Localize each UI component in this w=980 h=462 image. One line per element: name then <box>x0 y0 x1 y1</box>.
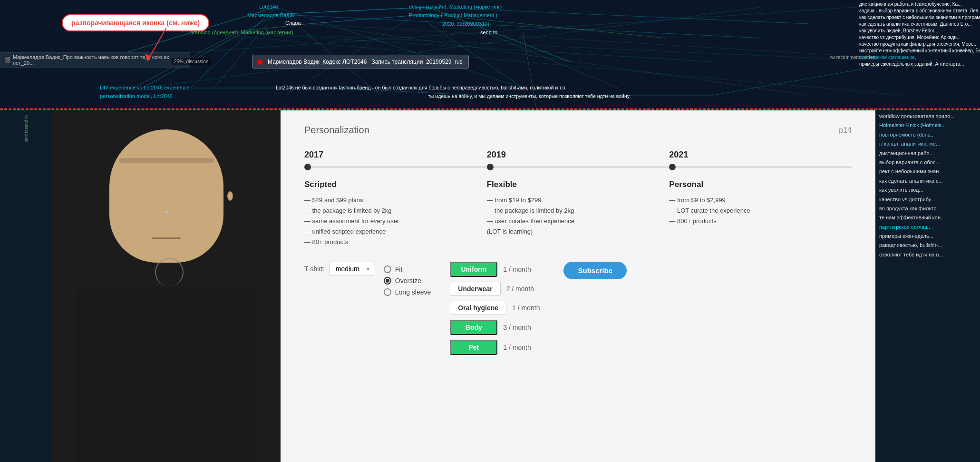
radio-oversize[interactable]: Oversize <box>384 277 431 285</box>
col-personal-item-1: — LOT curate the experience <box>669 206 842 216</box>
items-list: Uniform 1 / month Underwear 2 / month Or… <box>450 262 540 355</box>
timeline-connector-1 <box>311 167 487 167</box>
radio-fit[interactable]: Fit <box>384 265 431 273</box>
col-flexible-item-0: — from $19 to $299 <box>487 195 660 206</box>
oral-hygiene-freq: 1 / month <box>512 304 540 312</box>
sidebar-item-0: worldlow пользователя прило... <box>879 113 976 120</box>
timeline-dot-2 <box>487 164 494 170</box>
list-item-pet: Pet 1 / month <box>450 340 540 355</box>
col-flexible: Flexible — from $19 to $299 — the packag… <box>487 180 670 247</box>
sidebar-item-15: озволяют тебе идти на в... <box>879 251 976 258</box>
tshirt-select-wrapper[interactable]: medium small large XL <box>330 262 374 276</box>
panel-title: Personalization <box>304 125 369 136</box>
radio-longsleeve-circle <box>384 288 391 296</box>
timeline-segment-2 <box>487 164 670 170</box>
microphone <box>165 210 168 214</box>
discussion-badge: 25%, discussion <box>171 58 211 65</box>
year-2021: 2021 <box>669 150 852 160</box>
svg-line-17 <box>214 14 276 88</box>
svg-line-8 <box>276 14 761 38</box>
youtube-icon: ▶ <box>258 57 264 66</box>
timeline-connector-2 <box>494 167 670 167</box>
svg-line-24 <box>285 7 428 95</box>
col-flexible-title: Flexible <box>487 180 660 189</box>
video-title: Мармеладов Вадик_Кодекс ЛОТ2046_ Запись … <box>268 59 463 65</box>
three-columns: Scripted — $49 and $99 plans — the packa… <box>304 180 852 247</box>
pet-freq: 1 / month <box>503 344 531 351</box>
person-head <box>109 129 223 263</box>
radio-fit-label: Fit <box>395 265 403 273</box>
uniform-freq: 1 / month <box>503 265 531 273</box>
net-node-slava: Слава <box>285 20 301 26</box>
radio-oversize-label: Oversize <box>395 277 421 285</box>
col-scripted-item-1: — the package is limited by 2kg <box>304 206 477 216</box>
timeline-segment-3 <box>669 164 852 170</box>
timeline-dot-1 <box>304 164 311 170</box>
video-title-bar[interactable]: ▶ Мармеладов Вадик_Кодекс ЛОТ2046_ Запис… <box>252 55 469 69</box>
uniform-badge[interactable]: Uniform <box>450 262 497 277</box>
sidebar-item-6: рект с небольшими знан... <box>879 168 976 175</box>
net-node-marmeladov: Мармеладов Вадик <box>247 12 295 18</box>
network-area: Lot2046 Мармеладов Вадик Слава branding … <box>0 0 980 109</box>
svg-marker-31 <box>145 54 151 61</box>
necklace <box>155 258 184 286</box>
net-node-diy: DIY experience vs Lot2046 experience <box>100 85 190 90</box>
oral-hygiene-badge[interactable]: Oral hygiene <box>450 301 506 315</box>
col-flexible-item-2: — user curates their experience <box>487 216 660 226</box>
list-item-oral-hygiene: Oral hygiene 1 / month <box>450 301 540 315</box>
timeline-segment-1 <box>304 164 487 170</box>
net-node-design: design (дизайн), Marketing (маркетинг) <box>409 4 502 10</box>
body-badge[interactable]: Body <box>450 320 497 335</box>
tshirt-select[interactable]: medium small large XL <box>330 262 374 276</box>
radio-group: Fit Oversize Long sleeve <box>384 265 431 296</box>
col-personal: Personal — from $9 to $2,999 — LOT curat… <box>669 180 852 247</box>
col-flexible-item-3: (LOT is learning) <box>487 226 660 237</box>
net-node-branding: branding (брендинг), Marketing (маркетин… <box>190 29 293 35</box>
underwear-freq: 2 / month <box>506 285 534 293</box>
sidebar-item-8: как уволить люд... <box>879 187 976 194</box>
net-node-personalization-model: personalization model, Lot2046 <box>100 93 173 99</box>
net-node-war-tools: ты идешь на войну, и мы делаем инструмен… <box>428 93 630 99</box>
list-item-body: Body 3 / month <box>450 320 540 335</box>
panel-header: Personalization p14 <box>304 125 852 136</box>
radio-longsleeve[interactable]: Long sleeve <box>384 288 431 296</box>
col-flexible-item-1: — the package is limited by 2kg <box>487 206 660 216</box>
subscribe-button[interactable]: Subscribe <box>563 262 627 279</box>
sidebar-item-1: Hofmeister-Knick (Hofmeis... <box>879 122 976 129</box>
sidebar-item-9: качество vs дистрибу... <box>879 196 976 203</box>
year-2017: 2017 <box>304 150 487 160</box>
year-2019: 2019 <box>487 150 670 160</box>
sidebar-item-7: как сделать аналитика с... <box>879 177 976 185</box>
content-area: send to tend to Personalization p1 <box>0 110 980 462</box>
net-node-date: 2020. 12(20200310) <box>442 21 489 27</box>
sidebar-item-4: дистанционная рабо... <box>879 150 976 157</box>
person-shirt <box>76 286 257 462</box>
sidebar-item-3: г/ канал. аналитика, ме... <box>879 140 976 147</box>
col-personal-title: Personal <box>669 180 842 189</box>
col-personal-item-2: — 800+ products <box>669 216 842 226</box>
pet-badge[interactable]: Pet <box>450 340 497 355</box>
right-sidebar: worldlow пользователя прило... Hofmeiste… <box>875 110 980 462</box>
svg-line-23 <box>276 7 523 88</box>
sidebar-item-5: выбор варианта с обос... <box>879 159 976 166</box>
presentation-panel: Personalization p14 2017 2019 2021 <box>281 110 875 462</box>
recommend-label: rw-recommend, video <box>830 55 875 60</box>
body-freq: 3 / month <box>503 324 531 331</box>
col-scripted-item-0: — $49 and $99 plans <box>304 195 477 206</box>
net-node-lot2046: Lot2046 <box>259 4 278 10</box>
sidebar-item-10: во продукта как фильтр... <box>879 205 976 212</box>
sidebar-item-13: примеры еженедель... <box>879 233 976 240</box>
underwear-badge[interactable]: Underwear <box>450 282 500 296</box>
radio-fit-circle <box>384 265 391 273</box>
face-mouth-area <box>152 237 181 239</box>
radio-oversize-circle <box>384 277 391 285</box>
svg-line-5 <box>276 7 428 14</box>
section-divider <box>0 108 980 110</box>
col-scripted-item-2: — same assortment for every user <box>304 216 477 226</box>
sidebar-item-14: раведливостью, bullshit-... <box>879 242 976 249</box>
col-scripted-title: Scripted <box>304 180 477 189</box>
svg-line-21 <box>143 7 761 88</box>
sidebar-send-to: send to tend to <box>0 110 52 147</box>
net-node-sendto: send to <box>480 29 497 35</box>
col-scripted-item-3: — unified scripted experience <box>304 226 477 237</box>
